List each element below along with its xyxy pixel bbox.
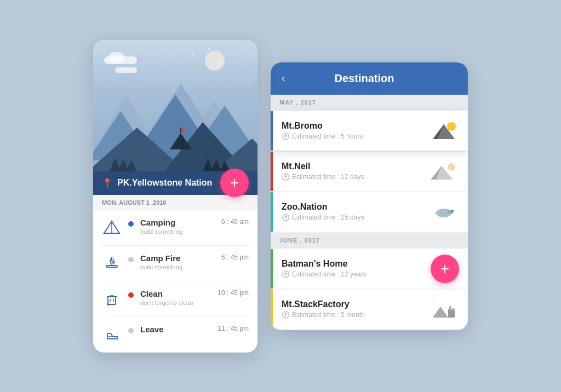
svg-rect-43 (449, 306, 451, 310)
fire-icon (102, 253, 122, 273)
destination-time: 🕐 Estimated time : 5 month (282, 311, 422, 319)
destination-image (428, 298, 459, 320)
list-item: Camp Fire build something 6 : 45 pm (102, 246, 249, 281)
tent-icon (102, 218, 122, 238)
svg-rect-20 (106, 266, 117, 267)
destination-name: Mt.StackFactory (282, 299, 422, 309)
destination-name: Zoo.Nation (282, 202, 422, 212)
activity-sub: build something (140, 264, 215, 270)
activity-name: Camping (140, 218, 215, 227)
activity-name: Leave (140, 325, 211, 334)
add-button-right[interactable]: + (431, 255, 459, 283)
activity-sub: don't forget to clean (140, 299, 211, 306)
right-card: ‹ Destination MAY , 2017 Mt.Bromo 🕐 Esti… (271, 62, 468, 330)
activity-time: 6 : 45 am (221, 218, 249, 226)
destination-info: Zoo.Nation 🕐 Estimated time : 15 days (282, 202, 422, 221)
star-icon (208, 48, 210, 50)
list-item[interactable]: Mt.StackFactory 🕐 Estimated time : 5 mon… (271, 290, 468, 329)
trash-icon (102, 289, 122, 309)
svg-rect-44 (452, 308, 454, 311)
svg-point-29 (447, 122, 456, 131)
list-item: Leave 11 : 45 pm (102, 317, 249, 353)
activity-info: Clean don't forget to clean (140, 289, 211, 306)
month-header-may: MAY , 2017 (271, 95, 468, 110)
activity-time: 10 : 45 pm (217, 289, 249, 297)
add-button-left[interactable]: + (220, 169, 249, 197)
clock-icon: 🕐 (282, 132, 290, 140)
svg-point-32 (448, 163, 455, 171)
activity-list: Camping build something 6 : 45 am Camp F… (93, 210, 257, 353)
activity-time: 6 : 45 pm (221, 253, 249, 261)
destination-name: Batman's Home (282, 259, 422, 269)
list-item[interactable]: Mt.Bromo 🕐 Estimated time : 5 hours (271, 111, 468, 151)
activity-name: Clean (140, 289, 211, 298)
destination-name: Mt.Bromo (282, 121, 422, 131)
clock-icon: 🕐 (282, 270, 290, 278)
mountain-scene (93, 40, 257, 171)
destination-info: Mt.Bromo 🕐 Estimated time : 5 hours (282, 121, 422, 140)
destination-time: 🕐 Estimated time : 5 hours (282, 132, 422, 140)
location-name: PK.Yellowstone Nation (117, 178, 212, 188)
mountains-svg (93, 51, 257, 171)
timeline-dot (128, 257, 134, 262)
month-header-june: JUNE , 2017 (271, 233, 468, 248)
boot-icon (102, 325, 122, 344)
destination-info: Mt.Neil 🕐 Estimated time : 12 days (282, 162, 422, 181)
activity-name: Camp Fire (140, 253, 215, 263)
destination-info: Batman's Home 🕐 Estimated time : 12 year… (282, 259, 422, 278)
destination-time: 🕐 Estimated time : 12 years (282, 270, 422, 278)
timeline-dot (128, 328, 134, 333)
clock-icon: 🕐 (282, 173, 290, 181)
clock-icon: 🕐 (282, 214, 290, 221)
destination-time: 🕐 Estimated time : 15 days (282, 214, 422, 221)
clock-icon: 🕐 (282, 311, 290, 319)
list-item: Camping build something 6 : 45 am (102, 210, 249, 246)
list-item[interactable]: Mt.Neil 🕐 Estimated time : 12 days (271, 152, 468, 191)
activity-info: Leave (140, 325, 211, 335)
destination-image (428, 120, 459, 142)
destination-title: Destination (294, 72, 435, 85)
destination-image (428, 160, 459, 182)
list-item[interactable]: Batman's Home 🕐 Estimated time : 12 year… (271, 249, 468, 289)
activity-info: Camp Fire build something (140, 253, 215, 270)
svg-marker-41 (433, 307, 448, 318)
svg-point-35 (451, 210, 453, 212)
destination-time: 🕐 Estimated time : 12 days (282, 173, 422, 181)
timeline-dot (128, 292, 134, 298)
activity-time: 11 : 45 pm (217, 325, 249, 332)
location-bar: 📍 PK.Yellowstone Nation + (93, 171, 257, 195)
list-item: Clean don't forget to clean 10 : 45 pm (102, 281, 249, 317)
destination-list: MAY , 2017 Mt.Bromo 🕐 Estimated time : 5… (271, 95, 468, 329)
svg-rect-21 (108, 297, 116, 304)
destination-info: Mt.StackFactory 🕐 Estimated time : 5 mon… (282, 299, 422, 319)
svg-point-25 (107, 303, 109, 305)
activity-info: Camping build something (140, 218, 215, 235)
svg-rect-42 (448, 309, 455, 318)
location-pin-icon: 📍 (102, 178, 113, 188)
back-button[interactable]: ‹ (282, 73, 285, 84)
timeline-dot (128, 221, 134, 227)
destination-name: Mt.Neil (282, 162, 422, 171)
destination-image (428, 201, 459, 223)
list-item[interactable]: Zoo.Nation 🕐 Estimated time : 15 days (271, 192, 468, 232)
left-card: 📍 PK.Yellowstone Nation + MON, AUGUST 1 … (93, 40, 257, 353)
activity-sub: build something (140, 228, 215, 235)
destination-header: ‹ Destination (271, 62, 468, 95)
